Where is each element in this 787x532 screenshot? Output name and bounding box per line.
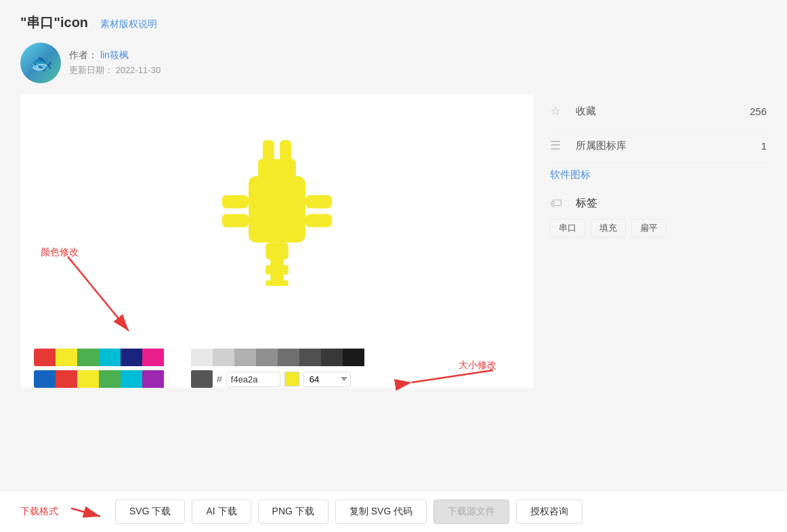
svg-download-button[interactable]: SVG 下载 [115, 500, 185, 524]
library-count: 1 [761, 140, 767, 152]
author-name-row: 作者： lin筱枫 [69, 49, 161, 62]
tags-list: 串口 填充 扁平 [550, 219, 767, 238]
copy-svg-button[interactable]: 复制 SVG 代码 [335, 500, 427, 524]
gray-swatch[interactable] [299, 349, 321, 366]
tag-item[interactable]: 串口 [550, 219, 585, 238]
gray-swatch[interactable] [278, 349, 299, 366]
color-swatch[interactable] [142, 349, 164, 366]
size-modify-label: 大小修改 [459, 359, 496, 372]
gray-swatch[interactable] [343, 349, 364, 366]
author-prefix: 作者： [69, 49, 98, 60]
library-icon: ☰ [550, 138, 569, 153]
gray-swatch[interactable] [191, 349, 213, 366]
title-text: "串口"icon [20, 15, 88, 30]
date-prefix: 更新日期： [69, 65, 113, 75]
copyright-link[interactable]: 素材版权说明 [100, 18, 157, 29]
gray-swatch[interactable] [321, 349, 343, 366]
main-content: 颜色修改 [20, 94, 767, 388]
tag-item[interactable]: 填充 [591, 219, 626, 238]
gray-swatch[interactable] [234, 349, 256, 366]
size-select[interactable]: 64 32 128 256 [303, 372, 351, 387]
color-swatch[interactable] [34, 349, 56, 366]
color-strip-row2 [34, 370, 183, 388]
library-link[interactable]: 软件图标 [550, 163, 767, 187]
svg-line-18 [71, 508, 100, 516]
library-label: 所属图标库 [576, 139, 761, 152]
left-color-strips [34, 349, 183, 388]
avatar: 🐟 [20, 43, 61, 83]
hex-hash: # [217, 374, 222, 384]
svg-rect-4 [265, 242, 289, 259]
library-row: ☰ 所属图标库 1 [550, 129, 767, 163]
left-panel: 颜色修改 [20, 94, 534, 388]
download-bar: 下载格式 SVG 下载 AI 下载 PNG 下载 复制 SVG 代码 下载源文件… [0, 491, 787, 532]
date-value: 2022-11-30 [116, 65, 161, 75]
star-icon: ☆ [550, 104, 569, 118]
color-strip-row1 [34, 349, 183, 366]
color-swatch[interactable] [34, 370, 56, 388]
favorites-count: 256 [750, 106, 767, 117]
download-arrow [68, 502, 108, 522]
color-swatch[interactable] [121, 370, 142, 388]
svg-rect-8 [265, 280, 289, 286]
tags-header: 🏷 标签 [550, 196, 767, 210]
favorites-label: 收藏 [576, 105, 750, 118]
color-preview[interactable] [284, 372, 299, 386]
download-format-label: 下载格式 [20, 506, 58, 518]
svg-line-16 [412, 370, 493, 382]
tags-label: 标签 [576, 196, 597, 210]
tag-icon: 🏷 [550, 196, 569, 210]
svg-rect-3 [280, 140, 291, 167]
svg-line-14 [68, 257, 129, 331]
dark-color-swatch[interactable] [191, 370, 213, 388]
hex-input[interactable] [226, 372, 280, 387]
color-swatch[interactable] [99, 349, 121, 366]
author-date: 更新日期： 2022-11-30 [69, 64, 161, 76]
ai-download-button[interactable]: AI 下载 [192, 500, 251, 524]
icon-preview-area: 颜色修改 [20, 94, 534, 338]
gray-swatch[interactable] [256, 349, 278, 366]
tags-row: 🏷 标签 串口 填充 扁平 [550, 187, 767, 247]
svg-rect-11 [222, 195, 249, 208]
plug-icon [182, 121, 372, 311]
color-modify-label: 颜色修改 [41, 246, 79, 259]
favorites-row: ☆ 收藏 256 [550, 94, 767, 129]
tag-item[interactable]: 扁平 [631, 219, 666, 238]
right-controls: # 64 32 128 256 [191, 349, 364, 388]
svg-rect-1 [249, 176, 305, 242]
color-swatch[interactable] [56, 370, 77, 388]
svg-rect-9 [305, 195, 332, 208]
color-swatch[interactable] [99, 370, 121, 388]
png-download-button[interactable]: PNG 下载 [258, 500, 328, 524]
page-title: "串口"icon 素材版权说明 [20, 14, 767, 32]
left-panel-inner: 颜色修改 [20, 94, 534, 388]
svg-rect-12 [222, 214, 249, 227]
download-source-button: 下载源文件 [433, 500, 509, 524]
svg-rect-10 [305, 214, 332, 227]
author-info: 作者： lin筱枫 更新日期： 2022-11-30 [69, 49, 161, 76]
color-swatch[interactable] [121, 349, 142, 366]
color-swatch[interactable] [77, 370, 99, 388]
gray-swatch[interactable] [213, 349, 234, 366]
gray-strip [191, 349, 364, 366]
color-swatch[interactable] [77, 349, 99, 366]
hex-size-row: # 64 32 128 256 [191, 370, 364, 388]
avatar-image: 🐟 [29, 52, 53, 74]
color-swatch[interactable] [56, 349, 77, 366]
color-swatch[interactable] [142, 370, 164, 388]
color-arrow [61, 250, 149, 345]
strips-and-hex: # 64 32 128 256 [34, 349, 520, 388]
auth-consult-button[interactable]: 授权咨询 [516, 500, 582, 524]
author-row: 🐟 作者： lin筱枫 更新日期： 2022-11-30 [20, 43, 767, 83]
author-link[interactable]: lin筱枫 [100, 49, 129, 60]
svg-rect-2 [263, 140, 274, 167]
right-panel: ☆ 收藏 256 ☰ 所属图标库 1 软件图标 🏷 标签 串口 填充 [550, 94, 767, 388]
color-controls: # 64 32 128 256 [20, 338, 534, 388]
